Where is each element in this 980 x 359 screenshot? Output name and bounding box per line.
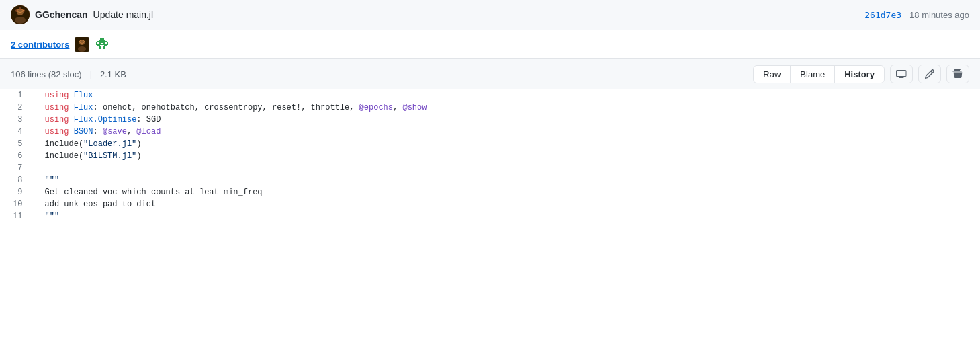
contributors-bar: 2 contributors [0,30,980,59]
file-actions: Raw Blame History [753,65,969,83]
commit-info-left: GGchencan Update main.jl [11,5,153,24]
line-number: 4 [0,126,34,138]
line-code: using BSON: @save, @load [34,126,980,138]
commit-sha-link[interactable]: 261d7e3 [864,10,901,20]
raw-button[interactable]: Raw [754,66,791,83]
svg-rect-10 [100,38,104,40]
view-mode-buttons: Raw Blame History [753,65,885,83]
line-number: 5 [0,138,34,150]
file-size: 2.1 KB [100,69,126,79]
line-code: """ [34,174,980,186]
edit-icon-button[interactable] [918,65,941,83]
table-row: 5 include("Loader.jl") [0,138,980,150]
line-number: 11 [0,210,34,223]
line-code [34,162,980,174]
svg-point-8 [78,46,86,52]
trash-icon [952,69,963,79]
commit-author-link[interactable]: GGchencan [35,9,88,20]
desktop-icon-button[interactable] [890,65,913,83]
line-number: 9 [0,186,34,198]
commit-info-right: 261d7e3 18 minutes ago [864,10,969,20]
file-info-bar: 106 lines (82 sloc) | 2.1 KB Raw Blame H… [0,59,980,89]
contributor-avatar-1[interactable] [75,37,89,52]
line-number: 1 [0,89,34,102]
line-number: 3 [0,114,34,126]
file-meta: 106 lines (82 sloc) | 2.1 KB [11,69,126,79]
contributor-avatar-2[interactable] [95,37,109,52]
line-code: using Flux: onehot, onehotbatch, crossen… [34,102,980,114]
line-code: include("Loader.jl") [34,138,980,150]
commit-time: 18 minutes ago [909,10,969,20]
svg-rect-15 [104,45,107,46]
line-number: 8 [0,174,34,186]
table-row: 7 [0,162,980,174]
author-avatar[interactable] [11,5,30,24]
svg-rect-18 [97,42,99,44]
commit-message: Update main.jl [93,9,154,20]
commit-bar: GGchencan Update main.jl 261d7e3 18 minu… [0,0,980,30]
svg-rect-16 [99,46,101,49]
delete-icon-button[interactable] [946,65,969,83]
svg-point-2 [15,17,26,24]
history-button[interactable]: History [835,66,884,83]
table-row: 6 include("BiLSTM.jl") [0,150,980,162]
line-number: 6 [0,150,34,162]
line-code: using Flux.Optimise: SGD [34,114,980,126]
table-row: 10 add unk eos pad to dict [0,198,980,210]
table-row: 3 using Flux.Optimise: SGD [0,114,980,126]
code-table: 1 using Flux 2 using Flux: onehot, oneho… [0,89,980,223]
line-code: using Flux [34,89,980,102]
table-row: 1 using Flux [0,89,980,102]
table-row: 11 """ [0,210,980,223]
line-number: 10 [0,198,34,210]
line-code: """ [34,210,980,223]
line-code: include("BiLSTM.jl") [34,150,980,162]
svg-rect-17 [103,46,105,49]
table-row: 8 """ [0,174,980,186]
table-row: 9 Get cleaned voc which counts at leat m… [0,186,980,198]
line-code: add unk eos pad to dict [34,198,980,210]
svg-rect-14 [97,45,100,46]
table-row: 4 using BSON: @save, @load [0,126,980,138]
blame-button[interactable]: Blame [791,66,835,83]
contributors-link[interactable]: 2 contributors [11,40,69,50]
pencil-icon [924,69,935,79]
svg-rect-19 [105,42,107,44]
svg-rect-11 [99,40,105,41]
svg-rect-20 [101,43,103,44]
code-area: 1 using Flux 2 using Flux: onehot, oneho… [0,89,980,223]
line-code: Get cleaned voc which counts at leat min… [34,186,980,198]
table-row: 2 using Flux: onehot, onehotbatch, cross… [0,102,980,114]
monitor-icon [896,69,907,79]
line-number: 7 [0,162,34,174]
file-lines: 106 lines (82 sloc) [11,69,82,79]
file-meta-separator: | [90,69,92,79]
line-number: 2 [0,102,34,114]
